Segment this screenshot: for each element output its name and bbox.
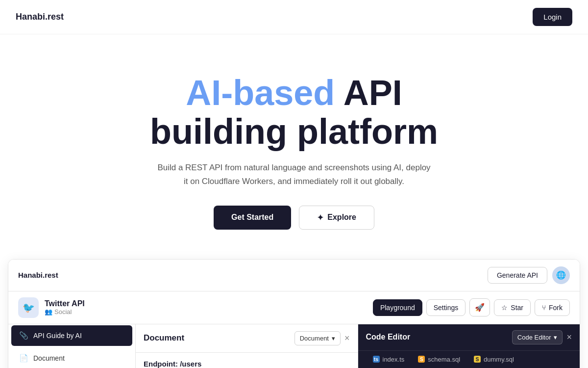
demo-logo: Hanabi.rest: [18, 271, 58, 279]
demo-section: Hanabi.rest Generate API 🌐 🐦 Twitter API…: [8, 259, 580, 368]
panel-header: Document Document ▾ ×: [136, 324, 358, 353]
playground-button[interactable]: Playground: [373, 299, 422, 316]
code-editor-chevron-icon: ▾: [554, 334, 557, 341]
explore-label: Explore: [327, 213, 356, 222]
explore-icon: ✦: [317, 213, 323, 222]
code-tabs: ts index.ts S schema.sql S dummy.sql: [358, 351, 580, 368]
rocket-button[interactable]: 🚀: [469, 298, 490, 316]
code-tab-dummy-sql-label: dummy.sql: [484, 356, 514, 363]
document-icon: 📄: [19, 354, 28, 363]
hero-title-highlight: AI-based: [186, 73, 335, 112]
paperclip-icon: 📎: [19, 331, 28, 340]
document-select-label: Document: [300, 335, 329, 342]
login-button[interactable]: Login: [533, 8, 572, 26]
demo-topbar: Hanabi.rest Generate API 🌐: [8, 260, 580, 291]
ts-icon: ts: [373, 356, 380, 363]
hero-subtitle: Build a REST API from natural language a…: [157, 161, 431, 187]
get-started-button[interactable]: Get Started: [214, 206, 291, 230]
demo-main: 📎 API Guide by AI 📄 Document ⌗ API Clien…: [8, 324, 580, 368]
project-info: 🐦 Twitter API 👥 Social: [18, 297, 85, 318]
settings-button[interactable]: Settings: [426, 299, 466, 316]
center-panel: Document Document ▾ × Endpoint: /users: [136, 324, 358, 368]
project-icon: 🐦: [18, 297, 39, 318]
sidebar-item-document-label: Document: [33, 354, 65, 362]
center-panel-close-icon[interactable]: ×: [344, 333, 350, 343]
star-button[interactable]: ☆ Star: [494, 299, 531, 316]
sql-yellow-icon: S: [474, 356, 481, 363]
code-editor-select[interactable]: Code Editor ▾: [512, 330, 563, 344]
generate-api-button[interactable]: Generate API: [488, 267, 547, 284]
demo-sidebar: 📎 API Guide by AI 📄 Document ⌗ API Clien…: [8, 324, 136, 368]
hero-title-api: API: [335, 73, 402, 112]
code-tab-schema-sql[interactable]: S schema.sql: [411, 351, 467, 368]
panel-title: Document: [144, 333, 184, 343]
endpoint-label: Endpoint: /users: [136, 353, 358, 368]
code-editor-panel: Code Editor Code Editor ▾ × ts index.ts …: [358, 324, 580, 368]
code-editor-select-label: Code Editor: [517, 334, 551, 341]
project-tag-label: Social: [54, 308, 72, 315]
code-tab-schema-sql-label: schema.sql: [428, 356, 460, 363]
rocket-icon: 🚀: [475, 303, 485, 312]
project-tag: 👥 Social: [45, 308, 85, 315]
header: Hanabi.rest Login: [0, 0, 588, 34]
fork-label: Fork: [549, 304, 563, 312]
explore-button[interactable]: ✦ Explore: [299, 206, 374, 230]
document-select[interactable]: Document ▾: [294, 331, 341, 345]
code-editor-close-icon[interactable]: ×: [566, 332, 572, 342]
demo-topbar-right: Generate API 🌐: [488, 266, 570, 284]
fork-icon: ⑂: [542, 304, 546, 312]
sidebar-item-api-guide-label: API Guide by AI: [33, 332, 82, 340]
code-tab-index-ts-label: index.ts: [383, 356, 405, 363]
code-tab-dummy-sql[interactable]: S dummy.sql: [467, 351, 521, 368]
hero-buttons: Get Started ✦ Explore: [214, 206, 374, 230]
sql-orange-icon: S: [418, 356, 425, 363]
header-logo: Hanabi.rest: [16, 12, 64, 22]
chevron-down-icon: ▾: [332, 335, 335, 342]
code-tab-index-ts[interactable]: ts index.ts: [366, 351, 412, 368]
project-name: Twitter API: [45, 299, 85, 308]
code-editor-title: Code Editor: [366, 333, 411, 342]
hero-title: AI-based API building platform: [150, 74, 438, 151]
sidebar-item-api-guide[interactable]: 📎 API Guide by AI: [11, 325, 132, 346]
avatar: 🌐: [552, 266, 570, 284]
star-label: Star: [511, 304, 523, 312]
panel-header-right: Document ▾ ×: [294, 331, 350, 345]
code-editor-header: Code Editor Code Editor ▾ ×: [358, 324, 580, 351]
star-icon: ☆: [501, 304, 508, 312]
hero-section: AI-based API building platform Build a R…: [0, 34, 588, 259]
project-details: Twitter API 👥 Social: [45, 299, 85, 315]
sidebar-item-document[interactable]: 📄 Document: [11, 348, 132, 368]
code-editor-header-right: Code Editor ▾ ×: [512, 330, 572, 344]
avatar-emoji: 🌐: [556, 270, 566, 280]
hero-title-line2: building platform: [150, 112, 438, 151]
project-actions: Playground Settings 🚀 ☆ Star ⑂ Fork: [373, 298, 570, 316]
project-bar: 🐦 Twitter API 👥 Social Playground Settin…: [8, 291, 580, 324]
project-tag-icon: 👥: [45, 308, 52, 315]
fork-button[interactable]: ⑂ Fork: [535, 299, 570, 316]
